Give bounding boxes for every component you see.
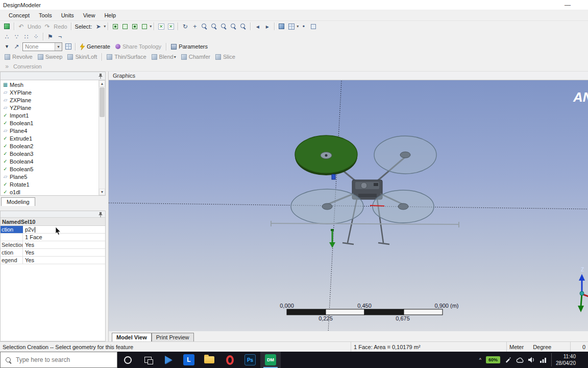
- share-topology-button[interactable]: Share Topology: [113, 43, 164, 50]
- tree-item-yzplane[interactable]: ▱YZPlane: [1, 104, 99, 111]
- blend-button[interactable]: Blend▾: [149, 53, 179, 60]
- designmodeler-taskbar-button[interactable]: DM: [260, 352, 281, 368]
- tree-item-boolean5[interactable]: ✓Boolean5: [1, 165, 99, 173]
- scrollbar-thumb[interactable]: [100, 87, 105, 117]
- search-input[interactable]: [16, 356, 112, 363]
- tab-print-preview[interactable]: Print Preview: [152, 333, 194, 341]
- chamfer-button[interactable]: Chamfer: [179, 53, 213, 60]
- selection-triangle-icon[interactable]: ▼: [2, 42, 12, 51]
- zoom-icon[interactable]: [200, 22, 209, 31]
- point-tool-icon-2[interactable]: ∵: [12, 32, 21, 41]
- scroll-down-icon[interactable]: ▼: [99, 189, 105, 195]
- scroll-up-icon[interactable]: ▲: [99, 80, 105, 87]
- rotate-view-icon[interactable]: ↻: [180, 22, 190, 31]
- labview-button[interactable]: L: [179, 352, 199, 368]
- tree-item-plane5[interactable]: ▱Plane5: [1, 173, 99, 180]
- isometric-view-icon[interactable]: [277, 22, 286, 31]
- vertex-filter-icon[interactable]: [110, 22, 120, 31]
- plane-icon[interactable]: [63, 42, 73, 51]
- plane-dropdown-caret-icon[interactable]: ▾: [55, 43, 62, 51]
- battery-indicator[interactable]: 60%: [486, 356, 500, 363]
- tree-scrollbar[interactable]: ▲ ▼: [99, 80, 105, 195]
- face-filter-icon[interactable]: [130, 22, 139, 31]
- sweep-button[interactable]: Sweep: [35, 53, 65, 60]
- tree-item-rotate1[interactable]: ✓Rotate1: [1, 180, 99, 188]
- flag-annotation-icon[interactable]: ⚑: [45, 32, 55, 41]
- menu-help[interactable]: Help: [100, 11, 120, 19]
- tree-item-extrude1[interactable]: ✓Extrude1: [1, 134, 99, 142]
- tree-item-boolean1[interactable]: ✓Boolean1: [1, 119, 99, 127]
- extend-selection-icon[interactable]: ✕: [156, 22, 166, 31]
- generate-button[interactable]: Generate: [78, 43, 113, 51]
- redo-icon[interactable]: ↷: [42, 22, 52, 31]
- menu-tools[interactable]: Tools: [34, 11, 57, 19]
- edge-filter-icon[interactable]: [120, 22, 130, 31]
- tree-item-zxplane[interactable]: ▱ZXPlane: [1, 96, 99, 104]
- tab-model-view[interactable]: Model View: [112, 333, 152, 341]
- menu-units[interactable]: Units: [57, 11, 79, 19]
- tree-item-boolean4[interactable]: ✓Boolean4: [1, 157, 99, 165]
- tree-item-plane4[interactable]: ▱Plane4: [1, 127, 99, 134]
- display-mode-icon[interactable]: [308, 22, 318, 31]
- slice-button[interactable]: Slice: [213, 53, 238, 60]
- tree-item-boolean3[interactable]: ✓Boolean3: [1, 150, 99, 157]
- conversion-button[interactable]: Conversion: [12, 63, 43, 70]
- opera-button[interactable]: [219, 352, 240, 368]
- box-zoom-icon[interactable]: [219, 22, 229, 31]
- file-explorer-button[interactable]: [199, 352, 219, 368]
- filter-dropdown-icon[interactable]: ▾: [150, 24, 152, 29]
- undo-icon[interactable]: ↶: [16, 22, 26, 31]
- tree-item-o1dl[interactable]: ✓o1dl: [1, 188, 99, 196]
- skinloft-button[interactable]: Skin/Loft: [65, 53, 100, 60]
- look-at-face-icon[interactable]: [286, 22, 296, 31]
- pen-icon[interactable]: [505, 357, 511, 363]
- zoom-in-out-icon[interactable]: [209, 22, 219, 31]
- pan-view-icon[interactable]: +: [190, 22, 200, 31]
- solid-cube-icon[interactable]: [2, 22, 12, 31]
- thinsurface-button[interactable]: Thin/Surface: [104, 53, 149, 60]
- extend-limits-icon[interactable]: ✕: [166, 22, 176, 31]
- render-dot-icon[interactable]: •: [299, 22, 308, 31]
- undo-button[interactable]: Undo: [26, 24, 42, 30]
- minimize-button[interactable]: —: [565, 2, 571, 9]
- menu-concept[interactable]: Concept: [4, 11, 34, 19]
- cortana-button[interactable]: [117, 352, 138, 368]
- revolve-button[interactable]: Revolve: [2, 53, 35, 60]
- point-tool-icon-4[interactable]: ⁘: [31, 32, 41, 41]
- media-app-button[interactable]: [158, 352, 179, 368]
- plane-dropdown[interactable]: None ▾: [22, 42, 62, 51]
- select-mode-dropdown-icon[interactable]: ▾: [104, 24, 106, 29]
- redo-button[interactable]: Redo: [52, 24, 68, 30]
- graphics-viewport[interactable]: AN: [109, 80, 588, 331]
- magnifier-window-icon[interactable]: [238, 22, 248, 31]
- cloud-icon[interactable]: [516, 357, 524, 363]
- pin-icon[interactable]: [98, 73, 103, 79]
- taskbar-clock[interactable]: 11:40 28/04/20: [551, 353, 579, 366]
- zoom-to-fit-icon[interactable]: [229, 22, 238, 31]
- point-tool-icon-3[interactable]: ∷: [21, 32, 31, 41]
- select-mode-icon[interactable]: ➤: [93, 22, 103, 31]
- propagate-selection-value[interactable]: Yes: [23, 241, 105, 248]
- tree-item-boolean2[interactable]: ✓Boolean2: [1, 142, 99, 150]
- export-selection-value[interactable]: Yes: [23, 249, 105, 256]
- orientation-triad[interactable]: Z: [578, 267, 588, 312]
- tab-modeling[interactable]: Modeling: [1, 197, 35, 206]
- parameters-button[interactable]: Parameters: [168, 43, 210, 50]
- geometry-value[interactable]: 1 Face: [23, 234, 105, 241]
- body-filter-icon[interactable]: [139, 22, 149, 31]
- network-icon[interactable]: [540, 357, 547, 363]
- pointer-arrow-icon[interactable]: ↗: [12, 42, 21, 51]
- tree-item-mesh[interactable]: ▦Mesh: [1, 81, 99, 88]
- point-tool-icon-1[interactable]: ∴: [2, 32, 12, 41]
- line-tool-icon[interactable]: ¬: [55, 32, 65, 41]
- task-view-button[interactable]: [138, 352, 158, 368]
- next-view-icon[interactable]: ▸: [262, 22, 272, 31]
- photoshop-button[interactable]: Ps: [240, 352, 260, 368]
- hidden-icons-chevron[interactable]: ^: [479, 357, 481, 362]
- volume-icon[interactable]: [528, 357, 535, 363]
- menu-view[interactable]: View: [79, 11, 100, 19]
- include-legend-value[interactable]: Yes: [23, 257, 105, 264]
- taskbar-search[interactable]: [0, 352, 117, 368]
- named-selection-input[interactable]: p2v: [23, 226, 105, 233]
- previous-view-icon[interactable]: ◂: [253, 22, 262, 31]
